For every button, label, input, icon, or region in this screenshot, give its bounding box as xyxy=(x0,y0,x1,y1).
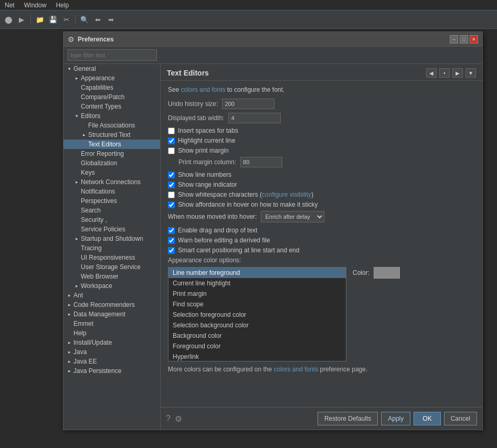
tree-label-4: Content Types xyxy=(81,103,121,110)
tree-item-6[interactable]: File Associations xyxy=(64,121,160,130)
tree-item-4[interactable]: Content Types xyxy=(64,102,160,111)
menu-net[interactable]: Net xyxy=(3,2,17,9)
cancel-button[interactable]: Cancel xyxy=(444,412,477,425)
tree-item-21[interactable]: User Storage Service xyxy=(64,262,160,272)
color-item-6[interactable]: Background color xyxy=(168,330,346,341)
tree-item-29[interactable]: ▸Install/Update xyxy=(64,338,160,347)
show-range-indicator-checkbox[interactable] xyxy=(168,182,175,188)
toolbar-btn-4[interactable]: 💾 xyxy=(47,14,59,25)
tree-label-21: User Storage Service xyxy=(81,263,141,271)
tree-item-30[interactable]: ▸Java xyxy=(64,347,160,357)
color-item-8[interactable]: Hyperlink xyxy=(168,351,346,361)
color-item-7[interactable]: Foreground color xyxy=(168,341,346,351)
print-margin-col-input[interactable] xyxy=(240,157,282,167)
tree-item-2[interactable]: Capabilities xyxy=(64,83,160,92)
titlebar-buttons: – □ ✕ xyxy=(450,35,478,44)
color-item-1[interactable]: Current line highlight xyxy=(168,278,346,289)
tree-item-22[interactable]: Web Browser xyxy=(64,272,160,281)
enable-drag-drop-checkbox[interactable] xyxy=(168,227,175,234)
nav-forward-button[interactable]: ▶ xyxy=(452,68,463,78)
more-colors-link[interactable]: colors and fonts xyxy=(273,366,318,373)
tab-width-input[interactable] xyxy=(228,113,281,123)
nav-menu-button[interactable]: ▼ xyxy=(466,68,476,78)
toolbar-btn-6[interactable]: 🔍 xyxy=(79,14,90,25)
show-whitespace-checkbox[interactable] xyxy=(168,191,175,198)
color-item-0[interactable]: Line number foreground xyxy=(168,268,346,278)
color-item-5[interactable]: Selection background color xyxy=(168,320,346,330)
apply-button[interactable]: Apply xyxy=(381,412,410,425)
color-item-2[interactable]: Print margin xyxy=(168,289,346,299)
show-print-margin-checkbox[interactable] xyxy=(168,147,175,154)
tree-item-25[interactable]: ▸Code Recommenders xyxy=(64,300,160,310)
close-button[interactable]: ✕ xyxy=(470,35,478,44)
toolbar-btn-3[interactable]: 📁 xyxy=(34,14,46,25)
toolbar-btn-8[interactable]: ➡ xyxy=(105,14,117,25)
checkbox-row-print-margin: Show print margin xyxy=(168,147,475,154)
tree-item-0[interactable]: ▾General xyxy=(64,64,160,73)
tree-item-23[interactable]: ▸Workspace xyxy=(64,281,160,291)
tree-label-15: Search xyxy=(81,207,101,214)
toolbar-btn-5[interactable]: ✂ xyxy=(60,14,72,25)
tree-item-28[interactable]: Help xyxy=(64,328,160,338)
tree-item-9[interactable]: Error Reporting xyxy=(64,149,160,158)
insert-spaces-checkbox[interactable] xyxy=(168,127,175,134)
tree-item-12[interactable]: ▸Network Connections xyxy=(64,177,160,187)
hover-label: When mouse moved into hover: xyxy=(168,213,257,220)
show-affordance-checkbox[interactable] xyxy=(168,201,175,208)
warn-derived-label: Warn before editing a derived file xyxy=(178,237,270,244)
ok-button[interactable]: OK xyxy=(414,412,440,425)
checkbox-row-range-indicator: Show range indicator xyxy=(168,181,475,188)
tree-item-13[interactable]: Notifications xyxy=(64,187,160,196)
maximize-button[interactable]: □ xyxy=(460,35,468,44)
menu-window[interactable]: Window xyxy=(22,2,49,9)
tree-item-1[interactable]: ▸Appearance xyxy=(64,73,160,83)
dialog-titlebar: ⚙ Preferences – □ ✕ xyxy=(64,32,482,47)
tree-item-5[interactable]: ▾Editors xyxy=(64,111,160,121)
tree-item-8[interactable]: Text Editors xyxy=(64,140,160,149)
tree-item-18[interactable]: ▸Startup and Shutdown xyxy=(64,234,160,243)
smart-caret-checkbox[interactable] xyxy=(168,247,175,254)
tree-label-5: Editors xyxy=(81,112,100,120)
tree-item-31[interactable]: ▸Java EE xyxy=(64,357,160,366)
tree-item-32[interactable]: ▸Java Persistence xyxy=(64,366,160,376)
tree-item-14[interactable]: Perspectives xyxy=(64,196,160,206)
toolbar-separator-1 xyxy=(30,15,31,24)
tree-item-24[interactable]: ▸Ant xyxy=(64,291,160,300)
minimize-button[interactable]: – xyxy=(450,35,458,44)
nav-dot-button[interactable]: • xyxy=(439,68,450,78)
color-item-3[interactable]: Find scope xyxy=(168,299,346,310)
tree-item-16[interactable]: Security , xyxy=(64,215,160,225)
tree-item-27[interactable]: Emmet xyxy=(64,319,160,328)
tree-item-17[interactable]: Service Policies xyxy=(64,225,160,234)
tree-label-27: Emmet xyxy=(73,320,93,327)
show-line-numbers-checkbox[interactable] xyxy=(168,172,175,178)
highlight-line-checkbox[interactable] xyxy=(168,137,175,144)
toolbar-btn-2[interactable]: ▶ xyxy=(16,14,27,25)
help-icon[interactable]: ? xyxy=(166,414,171,423)
tree-item-15[interactable]: Search xyxy=(64,206,160,215)
undo-history-input[interactable] xyxy=(222,99,274,109)
tree-label-8: Text Editors xyxy=(88,141,121,148)
warn-derived-checkbox[interactable] xyxy=(168,237,175,244)
tree-label-25: Code Recommenders xyxy=(73,301,135,308)
tree-item-20[interactable]: UI Responsiveness xyxy=(64,253,160,262)
nav-back-button[interactable]: ◀ xyxy=(426,68,437,78)
color-preview-box[interactable] xyxy=(374,267,400,279)
hover-select[interactable]: Enrich after delay Enrich immediately Ne… xyxy=(261,211,324,222)
tree-item-10[interactable]: Globalization xyxy=(64,158,160,168)
tree-item-7[interactable]: ▸Structured Text xyxy=(64,130,160,140)
toolbar-btn-1[interactable]: ⬤ xyxy=(3,14,14,25)
restore-defaults-button[interactable]: Restore Defaults xyxy=(318,412,378,425)
settings-icon[interactable]: ⚙ xyxy=(175,414,182,424)
colors-and-fonts-link[interactable]: colors and fonts xyxy=(181,86,226,93)
tree-search-input[interactable] xyxy=(68,49,157,61)
tree-item-3[interactable]: Compare/Patch xyxy=(64,92,160,102)
tree-item-19[interactable]: Tracing xyxy=(64,243,160,253)
print-margin-col-label: Print margin column: xyxy=(178,158,236,166)
color-item-4[interactable]: Selection foreground color xyxy=(168,310,346,320)
tree-item-11[interactable]: Keys xyxy=(64,168,160,177)
configure-visibility-link[interactable]: configure visibility xyxy=(262,191,311,198)
tree-item-26[interactable]: ▸Data Management xyxy=(64,310,160,319)
toolbar-btn-7[interactable]: ⬅ xyxy=(92,14,103,25)
menu-help[interactable]: Help xyxy=(54,2,71,9)
